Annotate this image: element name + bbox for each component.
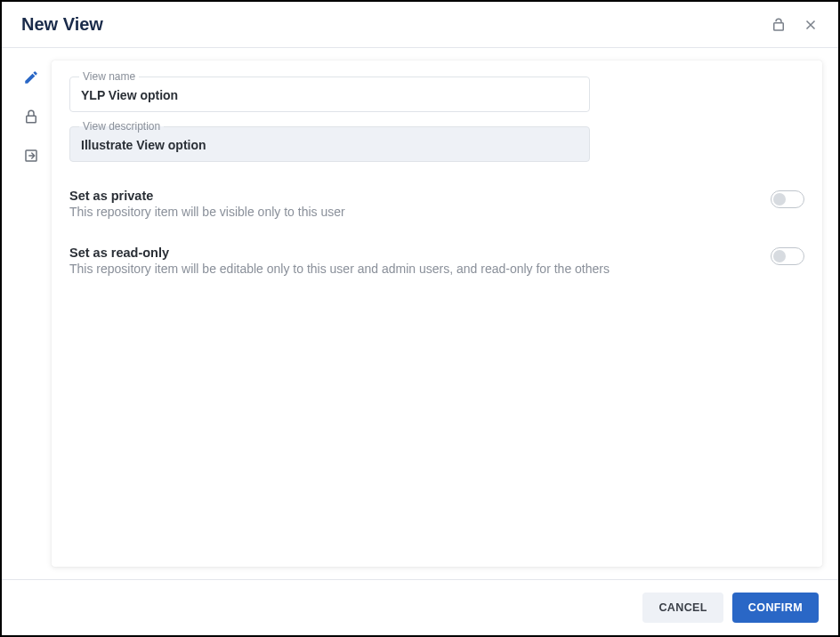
lock-icon[interactable] — [23, 109, 39, 125]
readonly-setting: Set as read-only This repository item wi… — [69, 246, 804, 276]
cancel-button[interactable]: CANCEL — [642, 593, 723, 623]
dialog-body: View name View description Set as privat… — [2, 48, 838, 579]
main-panel: View name View description Set as privat… — [52, 60, 822, 567]
import-icon[interactable] — [23, 148, 39, 164]
close-icon[interactable] — [803, 17, 819, 33]
private-description: This repository item will be visible onl… — [69, 205, 345, 219]
dialog-footer: CANCEL CONFIRM — [2, 579, 838, 635]
readonly-title: Set as read-only — [69, 246, 610, 260]
dialog-header: New View — [2, 2, 838, 48]
toggle-knob — [773, 250, 786, 262]
readonly-toggle[interactable] — [771, 247, 804, 265]
private-title: Set as private — [69, 189, 345, 203]
dialog-title: New View — [21, 14, 103, 35]
private-toggle[interactable] — [771, 190, 804, 208]
confirm-button[interactable]: CONFIRM — [732, 593, 819, 623]
view-name-input[interactable] — [81, 77, 578, 111]
edit-icon[interactable] — [23, 69, 39, 85]
view-name-label: View name — [79, 70, 139, 83]
view-name-field[interactable]: View name — [69, 77, 590, 112]
toggle-knob — [773, 193, 786, 206]
view-description-field[interactable]: View description — [69, 126, 590, 162]
readonly-description: This repository item will be editable on… — [69, 262, 610, 276]
header-icons — [771, 17, 819, 33]
view-description-label: View description — [79, 120, 164, 133]
unlock-icon[interactable] — [771, 17, 787, 33]
private-setting: Set as private This repository item will… — [69, 189, 804, 219]
sidebar — [11, 60, 52, 567]
